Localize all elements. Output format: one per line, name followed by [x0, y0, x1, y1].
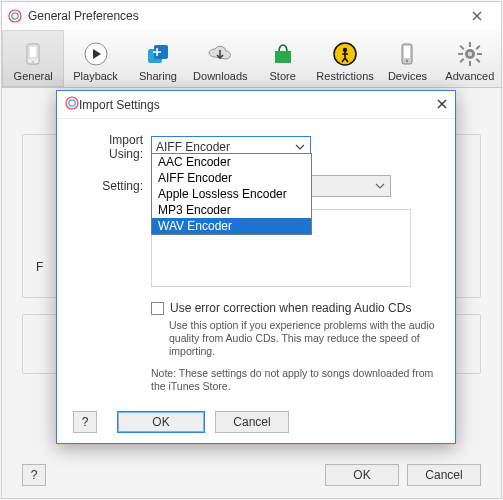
- store-icon: [269, 40, 297, 68]
- close-icon[interactable]: [459, 6, 495, 26]
- encoder-option-mp3[interactable]: MP3 Encoder: [152, 202, 311, 218]
- chevron-down-icon: [374, 179, 386, 196]
- app-icon: [8, 9, 22, 23]
- svg-point-24: [66, 97, 78, 109]
- svg-rect-21: [459, 58, 464, 63]
- devices-icon: [393, 40, 421, 68]
- tab-sharing[interactable]: Sharing: [127, 30, 189, 87]
- svg-rect-18: [477, 53, 482, 55]
- window-title: General Preferences: [28, 9, 139, 23]
- tab-downloads[interactable]: Downloads: [189, 30, 251, 87]
- help-button[interactable]: ?: [22, 464, 46, 486]
- prefs-button-row: ? OK Cancel: [2, 464, 501, 486]
- tab-store[interactable]: Store: [252, 30, 314, 87]
- tab-restrictions[interactable]: Restrictions: [314, 30, 376, 87]
- tab-label: Restrictions: [316, 70, 373, 82]
- gear-icon: [456, 40, 484, 68]
- itunes-store-note: Note: These settings do not apply to son…: [151, 367, 435, 393]
- tab-label: Store: [270, 70, 296, 82]
- import-using-label: Import Using:: [73, 133, 151, 161]
- tab-label: Playback: [73, 70, 118, 82]
- ok-button[interactable]: OK: [117, 411, 205, 433]
- svg-point-0: [9, 10, 21, 22]
- window-titlebar: General Preferences: [2, 2, 501, 30]
- dialog-body: Import Using: AIFF Encoder Setting: AAC …: [57, 119, 455, 443]
- svg-rect-17: [458, 53, 463, 55]
- tab-label: Advanced: [445, 70, 494, 82]
- tab-playback[interactable]: Playback: [64, 30, 126, 87]
- encoder-option-aac[interactable]: AAC Encoder: [152, 154, 311, 170]
- error-correction-checkbox[interactable]: [151, 302, 164, 315]
- svg-rect-8: [275, 51, 291, 63]
- encoder-option-lossless[interactable]: Apple Lossless Encoder: [152, 186, 311, 202]
- error-correction-label: Use error correction when reading Audio …: [170, 301, 411, 315]
- cancel-button[interactable]: Cancel: [407, 464, 481, 486]
- svg-point-4: [32, 60, 35, 63]
- tab-label: Devices: [388, 70, 427, 82]
- cancel-button[interactable]: Cancel: [215, 411, 289, 433]
- svg-point-10: [343, 47, 347, 51]
- help-button[interactable]: ?: [73, 411, 97, 433]
- svg-rect-19: [459, 45, 464, 50]
- svg-rect-20: [475, 45, 480, 50]
- dialog-titlebar: Import Settings: [57, 91, 455, 119]
- obscured-label: F: [36, 260, 43, 274]
- dialog-button-row: ? OK Cancel: [73, 411, 439, 433]
- ok-button[interactable]: OK: [325, 464, 399, 486]
- tab-advanced[interactable]: Advanced: [439, 30, 501, 87]
- svg-rect-3: [29, 46, 37, 58]
- general-icon: [19, 40, 47, 68]
- encoder-option-aiff[interactable]: AIFF Encoder: [152, 170, 311, 186]
- preferences-window: General Preferences General Playback Sha…: [1, 1, 502, 499]
- error-correction-help: Use this option if you experience proble…: [169, 319, 435, 358]
- tab-label: Sharing: [139, 70, 177, 82]
- restrictions-icon: [331, 40, 359, 68]
- import-using-dropdown-list: AAC Encoder AIFF Encoder Apple Lossless …: [151, 153, 312, 235]
- app-icon: [65, 96, 79, 113]
- tab-general[interactable]: General: [2, 30, 64, 87]
- tab-devices[interactable]: Devices: [376, 30, 438, 87]
- svg-point-25: [69, 100, 75, 106]
- prefs-toolbar: General Playback Sharing Downloads Store: [2, 30, 501, 88]
- select-value: AIFF Encoder: [156, 140, 230, 154]
- svg-point-13: [406, 59, 408, 61]
- import-settings-dialog: Import Settings Import Using: AIFF Encod…: [56, 90, 456, 444]
- tab-label: General: [14, 70, 53, 82]
- close-icon[interactable]: [437, 98, 447, 112]
- svg-point-1: [12, 13, 18, 19]
- dialog-title: Import Settings: [79, 98, 160, 112]
- downloads-icon: [206, 40, 234, 68]
- svg-rect-15: [469, 42, 471, 47]
- encoder-option-wav[interactable]: WAV Encoder: [152, 218, 311, 234]
- svg-rect-22: [475, 58, 480, 63]
- sharing-icon: [144, 40, 172, 68]
- playback-icon: [82, 40, 110, 68]
- tab-label: Downloads: [193, 70, 247, 82]
- svg-rect-16: [469, 61, 471, 66]
- svg-point-23: [468, 51, 472, 55]
- svg-rect-12: [404, 46, 410, 58]
- setting-label: Setting:: [73, 179, 151, 193]
